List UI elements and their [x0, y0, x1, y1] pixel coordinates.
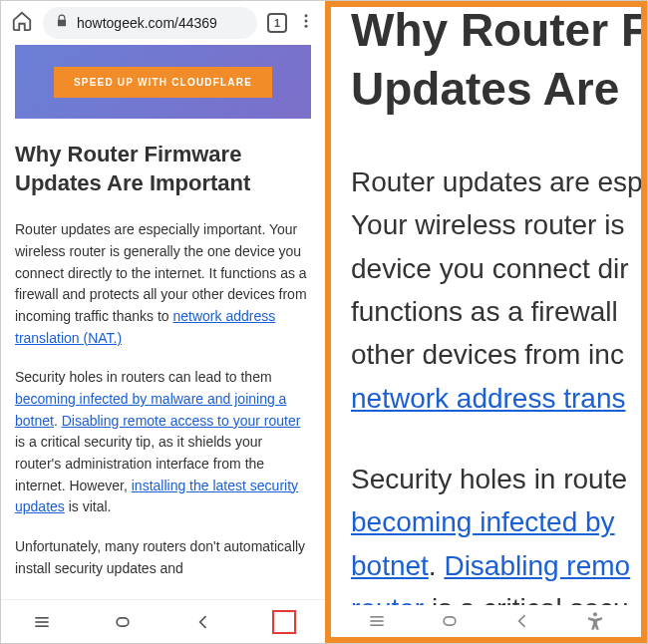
remote-access-link[interactable]: Disabling remote access to your router — [62, 413, 301, 429]
zoom-content: Why Router F Updates Are Router updates … — [351, 1, 647, 643]
back-button[interactable] — [191, 610, 215, 634]
text: Security holes in routers can lead to th… — [15, 369, 272, 385]
svg-rect-11 — [444, 617, 456, 625]
zoom-remote-link[interactable]: Disabling remo — [444, 550, 630, 581]
paragraph-1: Router updates are especially important.… — [15, 219, 311, 349]
lock-icon — [55, 14, 69, 32]
svg-point-12 — [593, 613, 596, 616]
paragraph-2: Security holes in routers can lead to th… — [15, 367, 311, 518]
text: Your wireless router is — [351, 209, 624, 240]
svg-point-2 — [305, 25, 308, 28]
ad-banner[interactable]: SPEED UP WITH CLOUDFLARE — [15, 45, 311, 119]
text: is vital. — [65, 498, 112, 514]
text: functions as a firewall — [351, 296, 618, 327]
text: Updates Are — [351, 63, 619, 115]
text: Why Router F — [351, 4, 647, 56]
text: . — [54, 413, 62, 429]
system-nav-bar — [1, 599, 325, 643]
text: . — [429, 550, 445, 581]
zoom-home-button[interactable] — [438, 609, 462, 633]
url-text: howtogeek.com/44369 — [77, 15, 217, 31]
tabs-button[interactable]: 1 — [267, 13, 287, 33]
phone-screen: howtogeek.com/44369 1 SPEED UP WITH CLOU… — [1, 1, 325, 643]
svg-point-0 — [305, 14, 308, 17]
kebab-menu-icon[interactable] — [297, 12, 315, 34]
article-heading: Why Router Firmware Updates Are Importan… — [15, 141, 311, 197]
accessibility-button[interactable] — [272, 610, 296, 634]
cloudflare-cta-button[interactable]: SPEED UP WITH CLOUDFLARE — [54, 67, 272, 98]
text: Router updates are esp — [351, 166, 643, 197]
svg-rect-6 — [117, 617, 129, 625]
zoom-heading: Why Router F Updates Are — [351, 1, 647, 119]
zoom-back-button[interactable] — [510, 609, 534, 633]
page-content[interactable]: SPEED UP WITH CLOUDFLARE Why Router Firm… — [1, 45, 325, 599]
zoom-nav-bar — [331, 605, 641, 637]
text: device you connect dir — [351, 253, 629, 284]
magnified-view: Why Router F Updates Are Router updates … — [325, 1, 647, 643]
svg-point-1 — [305, 20, 308, 23]
zoom-nat-link[interactable]: network address trans — [351, 383, 625, 414]
zoom-botnet-link[interactable]: becoming infected by — [351, 506, 615, 537]
text: Security holes in route — [351, 464, 627, 494]
home-icon[interactable] — [11, 10, 33, 36]
home-button[interactable] — [111, 610, 135, 634]
browser-toolbar: howtogeek.com/44369 1 — [1, 1, 325, 45]
recents-button[interactable] — [30, 610, 54, 634]
zoom-botnet-link-2[interactable]: botnet — [351, 550, 429, 581]
paragraph-3: Unfortunately, many routers don't automa… — [15, 536, 311, 579]
zoom-recents-button[interactable] — [365, 609, 389, 633]
zoom-paragraph-1: Router updates are esp Your wireless rou… — [351, 161, 647, 420]
address-bar[interactable]: howtogeek.com/44369 — [43, 7, 257, 39]
zoom-accessibility-button[interactable] — [583, 609, 607, 633]
text: other devices from inc — [351, 339, 624, 370]
